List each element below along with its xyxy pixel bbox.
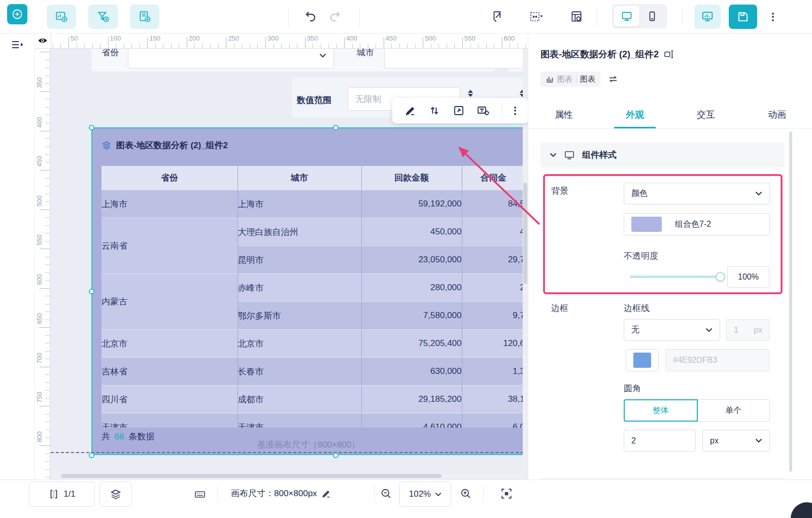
border-width-input[interactable]: 1 px — [726, 319, 770, 341]
canvas-size-watermark: 基准画布尺寸（800×800） — [92, 439, 524, 451]
add-chart-button[interactable] — [47, 5, 76, 29]
contract-cell: 120,6 — [462, 330, 524, 358]
edit-size-icon[interactable] — [321, 489, 331, 499]
ruler-tick — [69, 37, 69, 48]
section-component-style[interactable]: 组件样式 — [540, 143, 785, 167]
ruler-tick — [407, 44, 408, 48]
preview-button[interactable] — [694, 5, 721, 29]
format-brush-button[interactable] — [488, 8, 506, 26]
contract-cell: 4 — [462, 218, 524, 246]
border-color-swatch-button[interactable] — [626, 349, 659, 371]
ruler-tick — [45, 383, 50, 383]
border-style-select[interactable]: 无 — [624, 319, 720, 341]
ruler-tick — [45, 374, 50, 375]
opacity-slider-track[interactable] — [630, 275, 720, 278]
ruler-tick — [45, 264, 50, 265]
add-button[interactable] — [7, 4, 27, 24]
ruler-tick — [45, 233, 50, 233]
collapse-panel-icon[interactable] — [9, 38, 25, 51]
city-cell: 成都市 — [238, 386, 361, 413]
tab-appearance[interactable]: 外观 — [599, 101, 670, 128]
ruler-tick — [45, 430, 50, 430]
chip-type-muted: 图表 — [557, 75, 572, 84]
radius-value-input[interactable]: 2 — [624, 430, 696, 452]
selection-handle-top-left[interactable] — [89, 125, 94, 130]
expand-icon[interactable] — [453, 105, 465, 117]
more-icon[interactable] — [514, 105, 516, 116]
selection-handle-bottom-mid[interactable] — [333, 453, 339, 458]
ruler-corner[interactable] — [35, 33, 51, 49]
tab-properties[interactable]: 属性 — [528, 101, 599, 128]
zoom-in-icon[interactable] — [459, 487, 472, 500]
section-title: 组件样式 — [582, 149, 617, 161]
background-mode-select[interactable]: 颜色 — [624, 183, 770, 204]
table-row[interactable]: 上海市上海市59,192,00084,5 — [101, 190, 524, 218]
background-color-picker[interactable]: 组合色7-2 — [624, 213, 770, 235]
v-scrollbar-thumb[interactable] — [523, 183, 527, 284]
layer-list-button[interactable] — [99, 481, 131, 507]
selection-handle-top-mid[interactable] — [333, 125, 339, 130]
rename-icon[interactable] — [664, 50, 675, 59]
opacity-value-box[interactable]: 100% — [727, 266, 769, 288]
add-table-button[interactable] — [130, 5, 159, 29]
h-scrollbar-thumb[interactable] — [61, 474, 442, 478]
tab-animation[interactable]: 动画 — [741, 101, 812, 128]
selection-handle-bottom-left[interactable] — [89, 453, 94, 458]
table-row[interactable]: 云南省大理白族自治州450,0004 — [101, 218, 524, 246]
redo-button[interactable] — [326, 8, 344, 26]
page-nav-button[interactable]: 1/1 — [29, 481, 95, 507]
ruler-tick — [250, 44, 250, 48]
table-header-cell[interactable]: 城市 — [238, 166, 361, 190]
radius-value: 2 — [631, 436, 636, 445]
zoom-out-icon[interactable] — [380, 487, 393, 500]
table-row[interactable]: 四川省成都市29,185,20038,1 — [101, 386, 524, 413]
table-row[interactable]: 内蒙古赤峰市280,0002 — [101, 274, 524, 302]
table-row[interactable]: 天津市天津市4,610,0006,0 — [101, 413, 524, 428]
background-mode-value: 颜色 — [631, 188, 648, 199]
save-icon — [736, 10, 750, 23]
undo-button[interactable] — [301, 8, 320, 26]
radius-single-button[interactable]: 单个 — [698, 399, 770, 422]
table-header-cell[interactable]: 合同金 — [462, 166, 524, 190]
ruler-tick — [155, 44, 156, 48]
spacing-dropdown-button[interactable] — [525, 8, 549, 26]
device-mobile-button[interactable] — [639, 6, 665, 26]
zoom-select[interactable]: 102% — [399, 481, 451, 507]
bottombar-divider — [217, 486, 218, 501]
swap-icon[interactable] — [607, 75, 619, 83]
ruler-label: 350 — [307, 34, 318, 42]
panel-scrollbar-thumb[interactable] — [789, 131, 792, 472]
radius-all-button[interactable]: 整体 — [624, 399, 698, 422]
ruler-tick — [194, 44, 195, 48]
table-component[interactable]: 图表-地区数据分析 (2)_组件2 省份城市回款金额合同金上海市上海市59,19… — [91, 127, 524, 455]
device-desktop-button[interactable] — [614, 6, 639, 26]
edit-icon[interactable] — [404, 105, 417, 117]
fit-screen-icon[interactable] — [500, 487, 513, 500]
selection-handle-left-mid[interactable] — [89, 289, 94, 294]
border-color-hex-input[interactable]: #4E92DFB3 — [665, 349, 770, 371]
data-table[interactable]: 省份城市回款金额合同金上海市上海市59,192,00084,5云南省大理白族自治… — [101, 166, 524, 428]
table-row[interactable]: 北京市北京市75,205,400120,6 — [101, 330, 524, 358]
table-header-cell[interactable]: 省份 — [101, 166, 238, 190]
component-config-button[interactable] — [567, 8, 586, 26]
opacity-label: 不透明度 — [624, 250, 658, 262]
add-filter-button[interactable] — [88, 5, 118, 29]
panel-tabs: 属性 外观 交互 动画 — [528, 101, 812, 129]
component-type-chip[interactable]: 图表 图表 — [540, 72, 600, 87]
more-menu-button[interactable] — [772, 11, 774, 22]
move-icon[interactable] — [428, 105, 441, 117]
ruler-tick — [45, 335, 50, 336]
ruler-label: 750 — [36, 387, 43, 407]
contract-cell: 29,7 — [462, 246, 524, 274]
opacity-slider-knob[interactable] — [716, 272, 725, 282]
radius-unit-select[interactable]: px — [702, 430, 770, 452]
table-row[interactable]: 吉林省长春市630,0001,3 — [101, 358, 524, 386]
ruler-tick — [45, 76, 50, 76]
table-header-cell[interactable]: 回款金额 — [361, 166, 462, 190]
tab-interaction[interactable]: 交互 — [670, 101, 741, 128]
text-config-icon[interactable] — [477, 105, 490, 117]
ruler-tick — [494, 44, 494, 48]
save-button[interactable] — [729, 5, 757, 29]
keyboard-shortcut-icon[interactable] — [194, 488, 206, 500]
h-scrollbar-track[interactable] — [51, 473, 524, 478]
